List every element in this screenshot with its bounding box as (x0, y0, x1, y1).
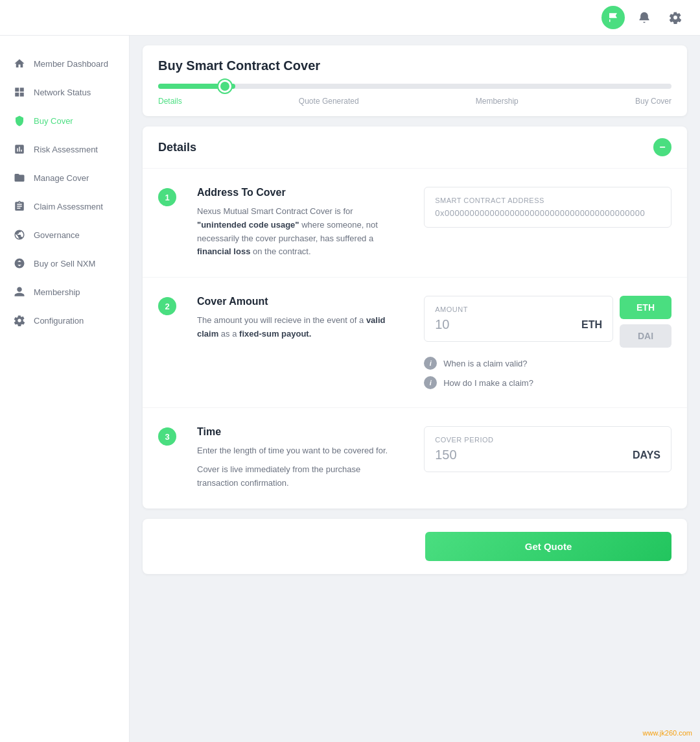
svg-point-0 (15, 259, 25, 269)
section-input-time: Cover Period 150 DAYS (424, 426, 671, 472)
watermark: www.jk260.com (643, 729, 692, 737)
settings-gear-button[interactable] (664, 6, 687, 29)
grid-icon (13, 86, 26, 99)
step-buy-cover: Buy Cover (635, 97, 671, 106)
section-number-3: 3 (158, 427, 176, 446)
sidebar-item-manage-cover[interactable]: Manage Cover (0, 163, 129, 192)
sidebar-item-governance[interactable]: Governance (0, 221, 129, 249)
sidebar-item-member-dashboard[interactable]: Member Dashboard (0, 49, 129, 78)
section-title-amount: Cover Amount (197, 296, 403, 307)
collapse-button[interactable]: − (653, 138, 671, 156)
sidebar-label-risk-assessment: Risk Assessment (34, 145, 98, 154)
coins-icon (13, 257, 26, 270)
claim-info-items: i When is a claim valid? i How do I make… (424, 357, 671, 389)
section-amount: 2 Cover Amount The amount you will recie… (143, 278, 687, 408)
currency-toggle: ETH DAI (620, 296, 671, 348)
section-desc-address: Nexus Mutual Smart Contract Cover is for… (197, 205, 403, 259)
globe-icon (13, 228, 26, 241)
smart-contract-address-field[interactable]: Smart Contract Address 0x000000000000000… (424, 187, 671, 228)
sidebar-item-network-status[interactable]: Network Status (0, 78, 129, 106)
info-text-claim-valid: When is a claim valid? (443, 359, 527, 368)
amount-currency-suffix: ETH (581, 319, 602, 331)
sidebar-label-configuration: Configuration (34, 316, 84, 326)
section-desc-time-2: Cover is live immediately from the purch… (197, 463, 403, 490)
amount-input-field[interactable]: Amount 10 ETH (424, 296, 613, 342)
sidebar-label-network-status: Network Status (34, 88, 91, 97)
cover-period-field[interactable]: Cover Period 150 DAYS (424, 426, 671, 472)
details-title: Details (158, 141, 196, 154)
section-time: 3 Time Enter the length of time you want… (143, 408, 687, 508)
cover-period-unit: DAYS (633, 449, 660, 461)
sidebar-label-buy-sell-nxm: Buy or Sell NXM (34, 259, 95, 269)
sidebar-item-buy-cover[interactable]: Buy Cover (0, 106, 129, 135)
info-item-claim-valid[interactable]: i When is a claim valid? (424, 357, 671, 370)
progress-card: Buy Smart Contract Cover Details Quote G… (143, 45, 687, 116)
sidebar-nav: Member Dashboard Network Status Buy Cove… (0, 43, 129, 341)
get-quote-card: Get Quote (143, 519, 687, 574)
shield-icon (13, 114, 26, 127)
section-address: 1 Address To Cover Nexus Mutual Smart Co… (143, 169, 687, 278)
user-icon (13, 285, 26, 298)
chart-icon (13, 143, 26, 156)
sidebar-label-manage-cover: Manage Cover (34, 173, 89, 183)
eth-currency-button[interactable]: ETH (620, 296, 671, 319)
flag-icon-button[interactable] (601, 6, 625, 29)
home-icon (13, 57, 26, 70)
amount-value: 10 (435, 317, 449, 332)
folder-icon (13, 171, 26, 184)
section-title-address: Address To Cover (197, 187, 403, 198)
step-membership: Membership (476, 97, 519, 106)
sidebar-item-claim-assessment[interactable]: Claim Assessment (0, 192, 129, 221)
step-quote-generated: Quote Generated (299, 97, 359, 106)
address-input-value: 0x00000000000000000000000000000000000000… (435, 208, 660, 218)
main-content: Buy Smart Contract Cover Details Quote G… (130, 0, 700, 742)
get-quote-button[interactable]: Get Quote (425, 532, 671, 561)
topbar (0, 0, 700, 36)
sidebar-item-configuration[interactable]: Configuration (0, 306, 129, 335)
sidebar-item-buy-sell-nxm[interactable]: Buy or Sell NXM (0, 249, 129, 278)
section-desc-time-1: Enter the length of time you want to be … (197, 444, 403, 458)
step-details: Details (158, 97, 182, 106)
info-text-make-claim: How do I make a claim? (443, 378, 533, 388)
progress-steps: Details Quote Generated Membership Buy C… (158, 97, 671, 116)
sidebar-label-member-dashboard: Member Dashboard (34, 59, 108, 69)
clipboard-icon (13, 200, 26, 213)
section-input-address: Smart Contract Address 0x000000000000000… (424, 187, 671, 228)
section-content-address: Address To Cover Nexus Mutual Smart Cont… (197, 187, 403, 259)
cover-period-value: 150 (435, 448, 456, 462)
sidebar-label-buy-cover: Buy Cover (34, 116, 73, 126)
section-number-2: 2 (158, 297, 176, 315)
page-title: Buy Smart Contract Cover (158, 58, 671, 73)
dai-currency-button[interactable]: DAI (620, 324, 671, 348)
sidebar-label-membership: Membership (34, 287, 80, 297)
sidebar-label-claim-assessment: Claim Assessment (34, 202, 103, 211)
section-content-amount: Cover Amount The amount you will recieve… (197, 296, 403, 341)
info-icon-1: i (424, 357, 437, 370)
section-content-time: Time Enter the length of time you want t… (197, 426, 403, 490)
progress-dot (218, 80, 231, 93)
configuration-icon (13, 314, 26, 327)
details-card: Details − 1 Address To Cover Nexus Mutua… (143, 126, 687, 509)
sidebar-item-membership[interactable]: Membership (0, 278, 129, 306)
section-desc-amount: The amount you will recieve in the event… (197, 314, 403, 341)
info-icon-2: i (424, 376, 437, 389)
section-input-amount: Amount 10 ETH ETH DAI i When is a cl (424, 296, 671, 389)
amount-label: Amount (435, 305, 602, 313)
address-input-label: Smart Contract Address (435, 197, 660, 204)
section-number-1: 1 (158, 188, 176, 206)
section-title-time: Time (197, 426, 403, 438)
info-item-make-claim[interactable]: i How do I make a claim? (424, 376, 671, 389)
details-header: Details − (143, 126, 687, 169)
sidebar: + Member Dashboard Network Status Buy Co… (0, 0, 130, 742)
notification-bell-button[interactable] (633, 6, 656, 29)
sidebar-item-risk-assessment[interactable]: Risk Assessment (0, 135, 129, 163)
progress-bar (158, 84, 671, 89)
sidebar-label-governance: Governance (34, 230, 80, 240)
cover-period-label: Cover Period (435, 436, 660, 444)
